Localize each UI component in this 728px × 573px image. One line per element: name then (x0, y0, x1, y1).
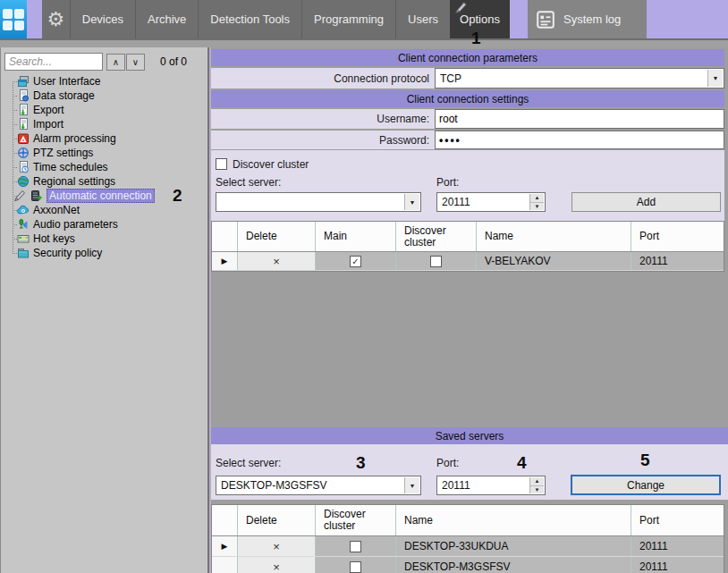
sidebar-item-label: Data storage (33, 89, 95, 102)
alarm-processing-icon (17, 132, 30, 145)
settings-gear-icon[interactable]: ⚙ (42, 0, 70, 38)
automatic-connection-icon (30, 190, 42, 202)
sidebar-item-user-interface[interactable]: User Interface (0, 74, 207, 88)
spinner-down-icon[interactable]: ▼ (530, 203, 544, 211)
menu-item-devices[interactable]: Devices (70, 0, 135, 38)
main-checkbox[interactable]: ✓ (316, 252, 396, 270)
spinner-up-icon[interactable]: ▲ (530, 477, 544, 486)
saved-select-server-dropdown[interactable]: DESKTOP-M3GSFSV ▼ (216, 476, 421, 495)
data-storage-icon (17, 89, 30, 102)
table-row[interactable]: ×DESKTOP-M3GSFSV20111 (212, 557, 724, 573)
regional-settings-icon (17, 175, 30, 188)
toolbar-shadow-strip (0, 38, 728, 47)
discover-cluster-checkbox[interactable] (316, 557, 396, 573)
import-icon (17, 118, 30, 131)
row-selector[interactable]: ▶ (212, 536, 238, 556)
server-name-cell: V-BELYAKOV (477, 252, 631, 270)
add-button[interactable]: Add (571, 192, 721, 212)
chevron-down-icon[interactable]: ▼ (707, 70, 723, 87)
ptz-settings-icon (17, 147, 30, 159)
connection-protocol-label: Connection protocol (211, 68, 435, 88)
menu-item-users[interactable]: Users (395, 0, 450, 38)
search-next-button[interactable]: ∨ (126, 54, 145, 71)
column-header-delete: Delete (238, 222, 316, 251)
sidebar-item-label: Hot keys (33, 232, 75, 245)
row-selector[interactable]: ▶ (212, 252, 238, 270)
menu-item-detection-tools[interactable]: Detection Tools (198, 0, 301, 38)
step-annotation-1: 1 (471, 29, 481, 48)
password-field[interactable] (435, 131, 724, 149)
app-logo[interactable] (0, 0, 27, 38)
username-field[interactable] (435, 109, 724, 129)
sidebar-item-ptz-settings[interactable]: PTZ settings (0, 146, 207, 160)
chevron-down-icon[interactable]: ▼ (404, 477, 419, 493)
sidebar-item-import[interactable]: Import (0, 117, 207, 131)
row-selector[interactable] (212, 557, 238, 573)
select-server-label: Select server: (216, 176, 281, 189)
column-header-delete: Delete (238, 505, 316, 535)
table-row[interactable]: ▶×DESKTOP-33UKDUA20111 (212, 536, 724, 557)
select-server-dropdown[interactable]: ▼ (216, 192, 421, 212)
sidebar-item-data-storage[interactable]: Data storage (0, 88, 207, 103)
column-header-main: Main (316, 222, 396, 251)
column-header-name: Name (477, 222, 631, 251)
spinner-down-icon[interactable]: ▼ (530, 486, 544, 494)
delete-button[interactable]: × (238, 557, 316, 573)
sidebar-item-audio-parameters[interactable]: Audio parameters (0, 217, 207, 232)
step-annotation-4: 4 (517, 453, 527, 473)
port-cell: 20111 (631, 536, 724, 556)
sidebar-item-time-schedules[interactable]: Time schedules (0, 160, 207, 174)
table-row[interactable]: ▶×✓V-BELYAKOV20111 (212, 252, 724, 271)
spinner-up-icon[interactable]: ▲ (530, 194, 544, 203)
search-match-count: 0 of 0 (146, 53, 201, 71)
server-name-cell: DESKTOP-33UKDUA (396, 536, 631, 556)
main-menu: ⚙ Devices Archive Detection Tools Progra… (42, 0, 450, 38)
delete-button[interactable]: × (238, 536, 316, 556)
spinner-buttons[interactable]: ▲ ▼ (529, 477, 544, 493)
delete-button[interactable]: × (238, 252, 316, 270)
column-header-discover-cluster: Discover cluster (396, 222, 477, 251)
settings-tree: User InterfaceData storageExportImportAl… (0, 74, 207, 260)
section-header-saved-servers: Saved servers (211, 427, 728, 444)
toolbar-right-fill (647, 0, 728, 38)
discover-cluster-checkbox[interactable] (316, 536, 396, 556)
axxonnet-icon (17, 204, 30, 216)
column-header-selector (212, 505, 238, 535)
discover-cluster-checkbox[interactable] (396, 252, 477, 270)
port-cell: 20111 (631, 557, 724, 573)
sidebar-item-label: Security policy (33, 247, 102, 259)
sidebar-item-label: Alarm processing (33, 132, 116, 145)
discover-cluster-label: Discover cluster (233, 158, 309, 171)
toolbar-gap (510, 0, 528, 38)
saved-port-label: Port: (436, 457, 459, 469)
change-button[interactable]: Change (571, 475, 721, 495)
server-name-cell: DESKTOP-M3GSFSV (396, 557, 631, 573)
system-log-button[interactable]: System log (528, 0, 647, 38)
search-input[interactable] (4, 53, 103, 71)
sidebar-item-export[interactable]: Export (0, 103, 207, 117)
menu-item-programming[interactable]: Programming (301, 0, 395, 38)
discover-cluster-checkbox[interactable] (216, 158, 227, 170)
security-policy-icon (17, 247, 30, 259)
port-stepper[interactable]: 20111 ▲ ▼ (436, 192, 546, 212)
sidebar-item-security-policy[interactable]: Security policy (0, 246, 207, 260)
app-window: ⚙ Devices Archive Detection Tools Progra… (0, 0, 728, 573)
sidebar-item-label: Regional settings (33, 175, 115, 188)
system-log-label: System log (563, 13, 621, 26)
port-value: 20111 (442, 196, 470, 208)
connection-protocol-select[interactable]: TCP ▼ (435, 68, 724, 88)
step-annotation-3: 3 (356, 453, 366, 473)
section-header-client-connection-settings: Client connection settings (211, 90, 724, 107)
export-icon (17, 104, 30, 116)
column-header-selector (212, 222, 238, 251)
search-prev-button[interactable]: ∧ (106, 54, 125, 71)
saved-port-stepper[interactable]: 20111 ▲ ▼ (436, 476, 546, 495)
saved-select-server-label: Select server: (216, 457, 281, 469)
sidebar-item-label: Import (33, 118, 63, 131)
spinner-buttons[interactable]: ▲ ▼ (529, 194, 544, 210)
username-label: Username: (211, 109, 435, 129)
sidebar-item-alarm-processing[interactable]: Alarm processing (0, 131, 207, 146)
menu-item-archive[interactable]: Archive (135, 0, 198, 38)
chevron-down-icon[interactable]: ▼ (404, 194, 419, 210)
sidebar-item-hot-keys[interactable]: Hot keys (0, 232, 207, 246)
